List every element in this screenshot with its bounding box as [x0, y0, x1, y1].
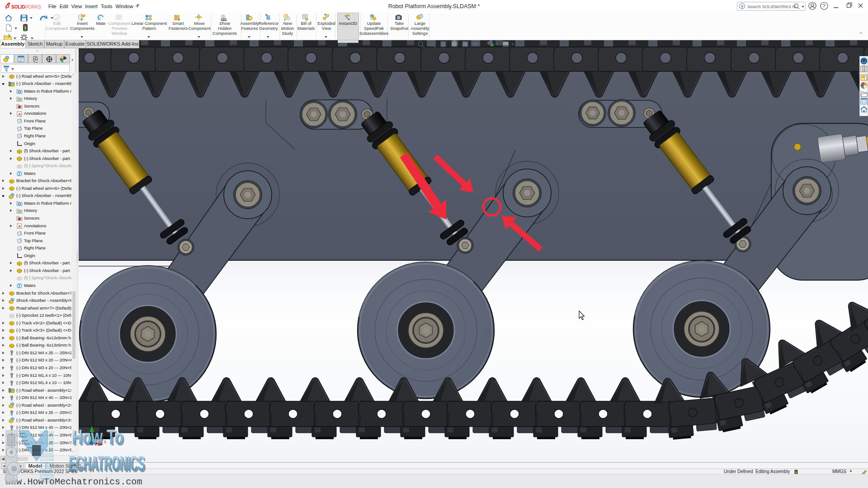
- svg-text:x: x: [104, 439, 106, 444]
- svg-text:?: ?: [823, 3, 826, 9]
